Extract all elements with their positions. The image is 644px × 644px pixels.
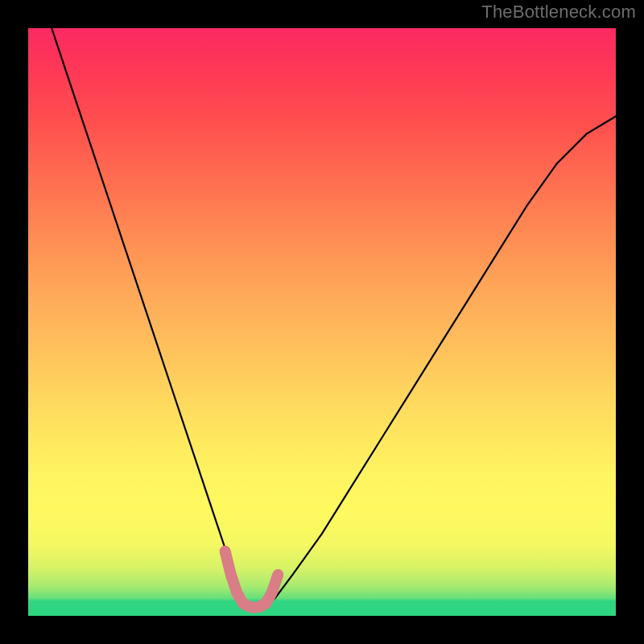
chart-svg: [28, 28, 616, 616]
chart-plot-area: [28, 28, 616, 616]
highlight-right: [260, 575, 278, 606]
watermark-text: TheBottleneck.com: [481, 2, 636, 23]
highlight-left: [225, 551, 243, 603]
bottleneck-curve: [52, 28, 616, 609]
